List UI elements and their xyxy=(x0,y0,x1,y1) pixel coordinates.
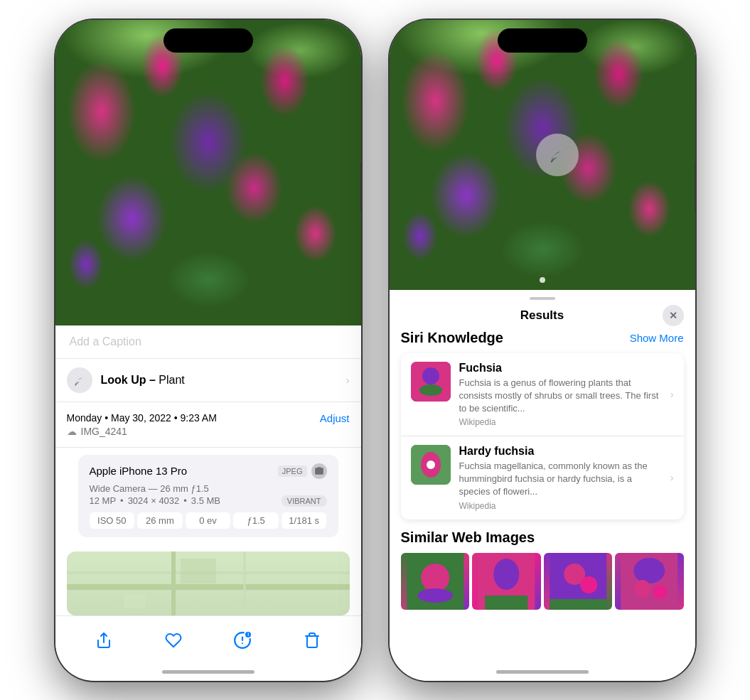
results-title: Results xyxy=(520,308,564,323)
svg-point-18 xyxy=(417,588,453,603)
show-more-button[interactable]: Show More xyxy=(630,332,684,344)
flower-background xyxy=(55,20,361,325)
meta-filename: ☁ IMG_4241 xyxy=(67,426,350,437)
svg-point-17 xyxy=(421,564,449,592)
camera-icon xyxy=(311,463,327,479)
exif-row: ISO 50 26 mm 0 ev ƒ1.5 1/181 s xyxy=(90,512,327,529)
fuchsia-source: Wikipedia xyxy=(459,417,662,427)
vibrant-badge: VIBRANT xyxy=(282,495,327,507)
svg-point-11 xyxy=(422,367,439,384)
knowledge-item-fuchsia[interactable]: Fuchsia Fuchsia is a genus of flowering … xyxy=(401,353,684,437)
camera-section-wrapper: Apple iPhone 13 Pro JPEG Wide Camera — 2… xyxy=(55,448,361,544)
dot-indicator xyxy=(540,277,545,283)
svg-rect-25 xyxy=(550,599,606,610)
svg-point-28 xyxy=(633,580,650,597)
home-indicator xyxy=(162,670,255,674)
hardy-thumbnail xyxy=(411,445,451,485)
hardy-desc: Fuchsia magellanica, commonly known as t… xyxy=(459,460,662,499)
fuchsia-desc: Fuchsia is a genus of flowering plants t… xyxy=(459,377,662,416)
svg-rect-4 xyxy=(124,594,145,608)
close-button[interactable]: ✕ xyxy=(663,305,684,326)
similar-image-1[interactable] xyxy=(401,553,470,610)
exif-ev: 0 ev xyxy=(186,512,231,529)
results-content: Siri Knowledge Show More xyxy=(390,330,695,681)
svg-point-12 xyxy=(419,384,442,396)
leaf-icon-wrap xyxy=(67,367,92,393)
similar-images-row xyxy=(401,553,684,610)
results-header: Results ✕ xyxy=(390,304,695,330)
hardy-title: Hardy fuchsia xyxy=(459,445,662,458)
delete-button[interactable] xyxy=(299,628,325,653)
siri-knowledge-header: Siri Knowledge Show More xyxy=(401,330,684,346)
right-photo-area[interactable] xyxy=(390,20,695,290)
svg-point-20 xyxy=(493,559,519,590)
fuchsia-title: Fuchsia xyxy=(459,362,662,375)
fuchsia-info: Fuchsia Fuchsia is a genus of flowering … xyxy=(459,362,662,428)
svg-point-27 xyxy=(633,558,665,583)
similar-image-2[interactable] xyxy=(472,553,541,610)
right-screen: Results ✕ Siri Knowledge Show More xyxy=(390,20,695,681)
svg-point-15 xyxy=(427,461,435,469)
caption-placeholder[interactable]: Add a Caption xyxy=(70,335,141,348)
similar-image-4[interactable] xyxy=(615,553,684,610)
camera-lens: Wide Camera — 26 mm ƒ1.5 xyxy=(90,483,327,494)
siri-knowledge-title: Siri Knowledge xyxy=(401,330,503,346)
lookup-chevron-icon: › xyxy=(346,375,350,386)
lookup-label: Look Up – Plant xyxy=(101,374,185,387)
exif-iso: ISO 50 xyxy=(90,512,135,529)
exif-shutter: 1/181 s xyxy=(282,512,327,529)
camera-name: Apple iPhone 13 Pro xyxy=(90,465,188,477)
right-home-indicator xyxy=(496,670,589,674)
hardy-chevron-icon: › xyxy=(670,472,674,483)
adjust-button[interactable]: Adjust xyxy=(320,412,350,424)
left-phone: Add a Caption Look Up – Plant › Monday •… xyxy=(55,20,361,681)
info-button[interactable]: i xyxy=(230,628,255,653)
similar-image-3[interactable] xyxy=(544,553,613,610)
map-roads-svg xyxy=(67,551,350,615)
map-background xyxy=(67,551,350,615)
caption-area[interactable]: Add a Caption xyxy=(55,325,361,359)
share-button[interactable] xyxy=(91,628,117,653)
visual-search-button[interactable] xyxy=(536,134,579,176)
left-screen: Add a Caption Look Up – Plant › Monday •… xyxy=(55,20,361,681)
lookup-row[interactable]: Look Up – Plant › xyxy=(55,359,361,402)
hardy-info: Hardy fuchsia Fuchsia magellanica, commo… xyxy=(459,445,662,511)
knowledge-card: Fuchsia Fuchsia is a genus of flowering … xyxy=(401,353,684,519)
svg-rect-5 xyxy=(181,559,216,583)
info-badge: i xyxy=(247,632,249,637)
cloud-icon: ☁ xyxy=(67,426,77,437)
exif-aperture: ƒ1.5 xyxy=(233,512,279,529)
meta-section: Monday • May 30, 2022 • 9:23 AM Adjust ☁… xyxy=(55,402,361,448)
exif-focal: 26 mm xyxy=(137,512,183,529)
similar-title: Similar Web Images xyxy=(401,529,684,546)
jpeg-badge: JPEG xyxy=(278,465,307,477)
right-phone: Results ✕ Siri Knowledge Show More xyxy=(390,20,695,681)
photo-date: Monday • May 30, 2022 • 9:23 AM xyxy=(67,412,217,424)
right-dynamic-island xyxy=(498,28,587,53)
map-section[interactable] xyxy=(67,551,350,615)
svg-point-29 xyxy=(653,585,667,599)
hardy-source: Wikipedia xyxy=(459,501,662,511)
similar-section: Similar Web Images xyxy=(401,529,684,610)
knowledge-item-hardy[interactable]: Hardy fuchsia Fuchsia magellanica, commo… xyxy=(401,436,684,519)
svg-point-24 xyxy=(580,576,597,593)
fuchsia-thumbnail xyxy=(411,362,451,402)
dynamic-island xyxy=(164,28,253,53)
drag-handle[interactable] xyxy=(530,297,555,300)
leaf-icon xyxy=(73,373,87,387)
photo-area[interactable] xyxy=(55,20,361,325)
camera-specs: 12 MP • 3024 × 4032 • 3.5 MB VIBRANT xyxy=(90,495,327,507)
toolbar: i xyxy=(55,615,361,674)
camera-section: Apple iPhone 13 Pro JPEG Wide Camera — 2… xyxy=(78,455,338,537)
favorite-button[interactable] xyxy=(161,628,186,653)
results-panel: Results ✕ Siri Knowledge Show More xyxy=(390,290,695,681)
fuchsia-chevron-icon: › xyxy=(670,389,674,400)
svg-rect-21 xyxy=(485,596,527,610)
